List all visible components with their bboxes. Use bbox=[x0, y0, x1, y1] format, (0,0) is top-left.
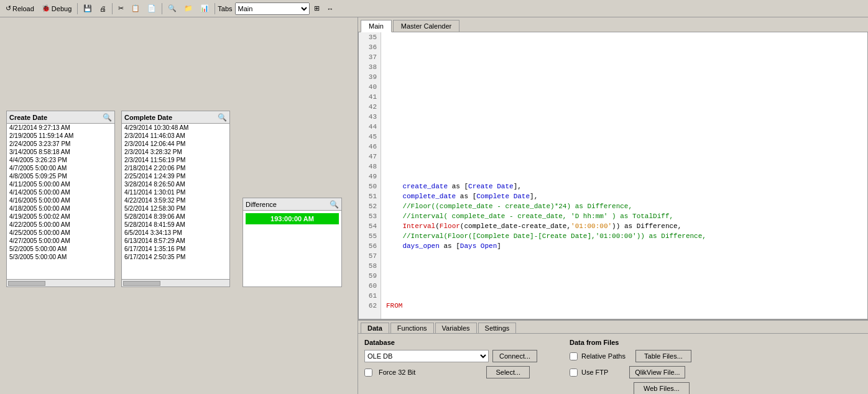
create-date-title: Create Date bbox=[9, 114, 47, 121]
bottom-tab-settings[interactable]: Settings bbox=[478, 323, 517, 333]
list-item[interactable]: 5/28/2014 8:41:59 AM bbox=[122, 221, 229, 229]
create-date-hscroll-thumb[interactable] bbox=[8, 281, 45, 286]
extra-btn-1[interactable]: ⊞ bbox=[311, 2, 323, 14]
force32-row: Force 32 Bit Select... bbox=[364, 366, 557, 378]
list-item[interactable]: 2/25/2014 1:24:39 PM bbox=[122, 172, 229, 180]
qlikview-file-button[interactable]: QlikView File... bbox=[629, 366, 685, 378]
relative-paths-label: Relative Paths bbox=[581, 352, 626, 360]
list-item[interactable]: 2/18/2014 2:20:06 PM bbox=[122, 164, 229, 172]
list-item[interactable]: 4/21/2014 9:27:13 AM bbox=[7, 124, 114, 132]
relative-paths-checkbox[interactable] bbox=[570, 352, 578, 360]
list-item[interactable]: 5/2/2014 12:58:30 PM bbox=[122, 204, 229, 213]
table-files-button[interactable]: Table Files... bbox=[635, 350, 691, 362]
complete-date-header: Complete Date 🔍 bbox=[122, 111, 229, 124]
folder-icon: 📁 bbox=[184, 4, 193, 12]
tabs-dropdown[interactable]: Main bbox=[235, 2, 310, 15]
list-item[interactable]: 4/22/2014 3:59:32 PM bbox=[122, 196, 229, 204]
tab-master-calendar[interactable]: Master Calender bbox=[393, 20, 459, 32]
difference-title: Difference bbox=[246, 201, 277, 208]
toolbar: ↺ Reload 🐞 Debug 💾 🖨 ✂ 📋 📄 🔍 📁 📊 Tabs Ma… bbox=[0, 0, 868, 17]
create-date-items[interactable]: 4/21/2014 9:27:13 AM2/19/2005 11:59:14 A… bbox=[7, 124, 114, 279]
list-item[interactable]: 2/19/2005 11:59:14 AM bbox=[7, 132, 114, 140]
paste-button[interactable]: 📄 bbox=[144, 2, 159, 14]
list-item[interactable]: 4/11/2005 5:00:00 AM bbox=[7, 180, 114, 188]
list-item[interactable]: 4/18/2005 5:00:00 AM bbox=[7, 204, 114, 213]
web-files-button[interactable]: Web Files... bbox=[634, 382, 690, 394]
bottom-tab-data[interactable]: Data bbox=[361, 323, 389, 333]
create-date-header: Create Date 🔍 bbox=[7, 111, 114, 124]
difference-panel: Difference 🔍 193:00:00 AM bbox=[242, 198, 342, 287]
connect-button[interactable]: Connect... bbox=[492, 350, 537, 362]
list-item[interactable]: 3/14/2005 8:58:18 AM bbox=[7, 148, 114, 156]
complete-date-items[interactable]: 4/29/2014 10:30:48 AM2/3/2014 11:46:03 A… bbox=[122, 124, 229, 279]
copy-button[interactable]: 📋 bbox=[128, 2, 143, 14]
extra-btn-2[interactable]: ↔ bbox=[324, 3, 337, 14]
complete-date-title: Complete Date bbox=[124, 114, 172, 121]
paste-icon: 📄 bbox=[147, 4, 156, 12]
debug-button[interactable]: 🐞 Debug bbox=[39, 2, 75, 14]
list-item[interactable]: 5/2/2005 5:00:00 AM bbox=[7, 245, 114, 253]
list-item[interactable]: 2/3/2014 12:06:44 PM bbox=[122, 140, 229, 148]
copy-icon: 📋 bbox=[131, 4, 140, 12]
bug-icon: 🐞 bbox=[42, 4, 50, 12]
database-select[interactable]: OLE DBODBCCustom bbox=[364, 350, 489, 362]
create-date-scrollbar[interactable] bbox=[7, 279, 114, 286]
list-item[interactable]: 5/3/2005 5:00:00 AM bbox=[7, 253, 114, 261]
folder-button[interactable]: 📁 bbox=[181, 2, 196, 14]
list-item[interactable]: 4/19/2005 5:00:02 AM bbox=[7, 213, 114, 221]
cut-button[interactable]: ✂ bbox=[115, 2, 127, 14]
select-button[interactable]: Select... bbox=[486, 366, 530, 378]
bottom-tab-functions[interactable]: Functions bbox=[390, 323, 434, 333]
list-item[interactable]: 5/28/2014 8:39:06 AM bbox=[122, 213, 229, 221]
list-item[interactable]: 2/3/2014 11:46:03 AM bbox=[122, 132, 229, 140]
list-item[interactable]: 4/29/2014 10:30:48 AM bbox=[122, 124, 229, 132]
list-item[interactable]: 4/14/2005 5:00:00 AM bbox=[7, 188, 114, 196]
code-content[interactable]: create_date as [Create Date], complete_d… bbox=[381, 32, 867, 319]
list-item[interactable]: 6/5/2014 3:34:13 PM bbox=[122, 229, 229, 237]
data-lists-row: Create Date 🔍 4/21/2014 9:27:13 AM2/19/2… bbox=[6, 111, 351, 287]
print-icon: 🖨 bbox=[99, 5, 106, 12]
list-item[interactable]: 6/17/2014 2:50:35 PM bbox=[122, 253, 229, 261]
list-item[interactable]: 6/13/2014 8:57:29 AM bbox=[122, 237, 229, 245]
reload-button[interactable]: ↺ Reload bbox=[2, 2, 37, 14]
table-button[interactable]: 📊 bbox=[197, 2, 212, 14]
bottom-panel: Data Functions Variables Settings Databa… bbox=[358, 319, 868, 394]
list-item[interactable]: 6/17/2014 1:35:16 PM bbox=[122, 245, 229, 253]
search-button[interactable]: 🔍 bbox=[165, 2, 180, 14]
list-item[interactable]: 2/3/2014 3:28:32 PM bbox=[122, 148, 229, 156]
difference-search-icon[interactable]: 🔍 bbox=[330, 200, 339, 209]
create-date-list: Create Date 🔍 4/21/2014 9:27:13 AM2/19/2… bbox=[6, 111, 115, 287]
data-files-row-3: Web Files... bbox=[570, 382, 691, 394]
list-item[interactable]: 4/25/2005 5:00:00 AM bbox=[7, 229, 114, 237]
bottom-tab-variables[interactable]: Variables bbox=[435, 323, 477, 333]
create-date-search-icon[interactable]: 🔍 bbox=[103, 113, 112, 122]
force32-checkbox[interactable] bbox=[364, 369, 372, 377]
tab-main[interactable]: Main bbox=[361, 20, 392, 32]
data-files-row-1: Relative Paths Table Files... bbox=[570, 350, 691, 362]
complete-date-scrollbar[interactable] bbox=[122, 279, 229, 286]
print-button[interactable]: 🖨 bbox=[96, 3, 109, 14]
complete-date-search-icon[interactable]: 🔍 bbox=[218, 113, 227, 122]
list-item[interactable]: 4/27/2005 5:00:00 AM bbox=[7, 237, 114, 245]
separator-4 bbox=[215, 3, 215, 14]
list-item[interactable]: 3/28/2014 8:26:50 AM bbox=[122, 180, 229, 188]
left-panel: Create Date 🔍 4/21/2014 9:27:13 AM2/19/2… bbox=[0, 17, 358, 394]
list-item[interactable]: 4/11/2014 1:30:01 PM bbox=[122, 188, 229, 196]
list-item[interactable]: 2/24/2005 3:23:37 PM bbox=[7, 140, 114, 148]
complete-date-hscroll-thumb[interactable] bbox=[123, 281, 160, 286]
separator-1 bbox=[77, 3, 78, 14]
list-item[interactable]: 4/8/2005 5:09:25 PM bbox=[7, 172, 114, 180]
cut-icon: ✂ bbox=[118, 4, 124, 12]
save-button[interactable]: 💾 bbox=[80, 2, 95, 14]
main-content: Create Date 🔍 4/21/2014 9:27:13 AM2/19/2… bbox=[0, 17, 868, 394]
list-item[interactable]: 4/7/2005 5:00:00 AM bbox=[7, 164, 114, 172]
data-files-section: Data from Files Relative Paths Table Fil… bbox=[570, 339, 691, 394]
list-item[interactable]: 4/16/2005 5:00:00 AM bbox=[7, 196, 114, 204]
list-item[interactable]: 4/22/2005 5:00:00 AM bbox=[7, 221, 114, 229]
database-label: Database bbox=[364, 339, 557, 346]
bottom-content: Database OLE DBODBCCustom Connect... For… bbox=[358, 334, 868, 394]
list-item[interactable]: 2/3/2014 11:56:19 PM bbox=[122, 156, 229, 164]
list-item[interactable]: 4/4/2005 3:26:23 PM bbox=[7, 156, 114, 164]
use-ftp-checkbox[interactable] bbox=[570, 369, 578, 377]
data-files-row-2: Use FTP QlikView File... bbox=[570, 366, 691, 378]
